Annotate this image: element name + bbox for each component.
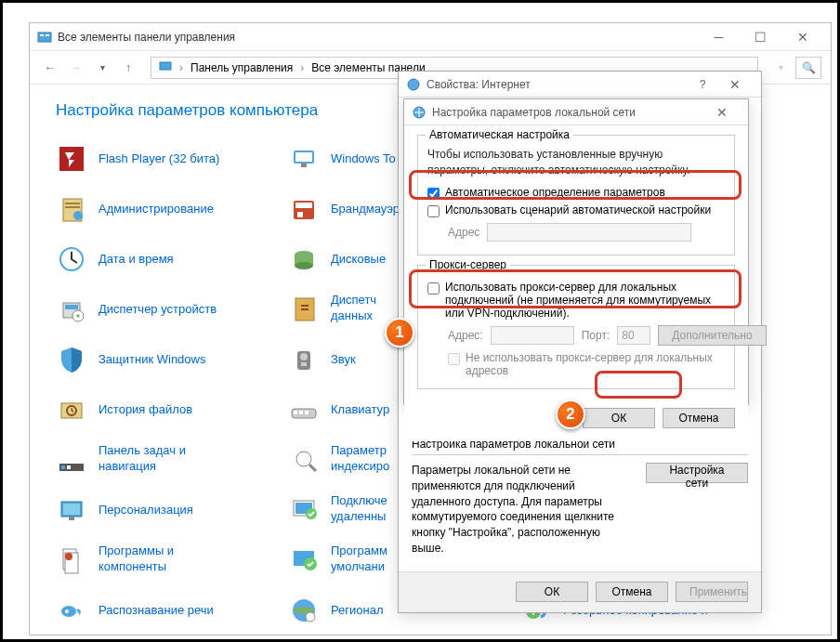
svg-point-11 — [73, 211, 83, 220]
cp-icon — [56, 243, 87, 275]
cp-item[interactable]: Персонализация — [56, 493, 269, 527]
lan-settings-dialog: Настройка параметров локальной сети ✕ Ав… — [403, 98, 749, 405]
script-address-input — [487, 223, 691, 242]
cp-icon — [288, 344, 320, 375]
maximize-button[interactable]: ☐ — [740, 24, 781, 50]
cp-item[interactable]: Администрирование — [56, 192, 269, 226]
cp-label: Защитник Windows — [98, 352, 205, 368]
cp-icon — [288, 394, 320, 426]
svg-point-35 — [296, 452, 311, 466]
apply-button[interactable]: Применить — [676, 582, 748, 602]
close-button[interactable]: ✕ — [781, 24, 823, 50]
ok-button[interactable]: ОК — [583, 408, 655, 428]
auto-detect-checkbox-row[interactable]: Автоматическое определение параметров — [427, 186, 725, 200]
cancel-button[interactable]: Отмена — [596, 582, 668, 602]
auto-detect-checkbox[interactable] — [427, 188, 440, 200]
svg-rect-10 — [65, 206, 80, 208]
up-button[interactable]: ↑ — [117, 57, 139, 79]
cp-item[interactable]: Защитник Windows — [56, 343, 269, 376]
cp-item[interactable]: Распознавание речи — [56, 594, 269, 627]
callout-2: 2 — [556, 400, 585, 429]
dialog-titlebar: Свойства: Интернет ? ✕ — [399, 72, 761, 98]
svg-point-50 — [306, 612, 315, 622]
proxy-address-input — [491, 326, 574, 345]
window-title: Все элементы панели управления — [58, 31, 698, 44]
cp-icon — [56, 443, 87, 475]
auto-script-label: Использовать сценарий автоматической нас… — [445, 203, 711, 216]
cp-icon — [288, 143, 320, 175]
cp-label: Панель задач инавигация — [98, 443, 186, 475]
svg-rect-2 — [46, 34, 49, 36]
auto-config-group: Автоматическая настройка Чтобы использов… — [417, 135, 735, 255]
use-proxy-checkbox[interactable] — [427, 282, 440, 295]
cp-icon — [56, 394, 87, 426]
cp-icon — [56, 344, 87, 375]
forward-button[interactable]: → — [65, 57, 87, 79]
cp-item[interactable]: Flash Player (32 бита) — [56, 142, 269, 176]
back-button[interactable]: ← — [39, 57, 61, 79]
refresh-dropdown[interactable]: ▾ — [769, 57, 792, 79]
help-button[interactable]: ? — [689, 78, 716, 91]
cp-icon — [56, 294, 87, 325]
search-input[interactable]: 🔍 — [795, 57, 821, 79]
proxy-port-label: Порт: — [582, 329, 610, 342]
svg-point-24 — [300, 353, 308, 360]
cp-icon — [56, 143, 87, 175]
cancel-button[interactable]: Отмена — [663, 408, 735, 428]
svg-rect-34 — [67, 465, 71, 469]
cp-item[interactable]: Дата и время — [56, 242, 269, 276]
cp-item[interactable]: История файлов — [56, 393, 269, 426]
cp-label: Подключеудаленны — [331, 493, 387, 525]
use-proxy-checkbox-row[interactable]: Использовать прокси-сервер для локальных… — [427, 281, 725, 320]
internet-icon — [406, 77, 421, 92]
network-icon — [412, 105, 427, 120]
svg-rect-29 — [294, 411, 297, 414]
lan-settings-button[interactable]: Настройка сети — [646, 463, 748, 483]
breadcrumb-part1[interactable]: Панель управления — [187, 61, 296, 74]
titlebar: Все элементы панели управления ─ ☐ ✕ — [30, 23, 831, 51]
bypass-local-checkbox-row: Не использовать прокси-сервер для локаль… — [448, 351, 725, 377]
cp-item[interactable]: Программы икомпоненты — [56, 544, 269, 577]
divider — [412, 454, 748, 455]
cp-label: Flash Player (32 бита) — [98, 151, 219, 167]
dialog-title: Свойства: Интернет — [427, 78, 689, 91]
cp-label: Программумолчани — [331, 544, 387, 575]
svg-rect-9 — [65, 203, 80, 204]
use-proxy-label: Использовать прокси-сервер для локальных… — [445, 281, 725, 320]
close-button[interactable]: ✕ — [703, 105, 741, 120]
auto-detect-label: Автоматическое определение параметров — [445, 186, 665, 199]
svg-point-48 — [65, 609, 69, 613]
cp-icon — [288, 443, 320, 475]
cp-item[interactable]: Панель задач инавигация — [56, 443, 269, 477]
cp-label: Звук — [331, 352, 356, 368]
svg-rect-33 — [61, 465, 65, 469]
cp-icon — [288, 293, 320, 324]
auto-script-checkbox-row[interactable]: Использовать сценарий автоматической нас… — [427, 203, 725, 217]
cp-label: Параметриндексиро — [331, 443, 389, 475]
recent-dropdown[interactable]: ▾ — [91, 57, 113, 79]
close-button[interactable]: ✕ — [716, 77, 754, 92]
cp-label: Регионал — [331, 603, 384, 619]
cp-icon — [56, 193, 87, 225]
svg-rect-31 — [305, 411, 308, 414]
dialog-titlebar: Настройка параметров локальной сети ✕ — [404, 99, 748, 125]
group-title: Прокси-сервер — [426, 258, 510, 271]
callout-1: 1 — [385, 318, 414, 347]
cp-label: Администрирование — [98, 202, 214, 217]
cp-item[interactable]: Диспетчер устройств — [56, 293, 269, 326]
control-panel-icon — [37, 30, 52, 45]
minimize-button[interactable]: ─ — [698, 24, 740, 50]
cp-label: Программы икомпоненты — [98, 544, 174, 575]
cp-icon — [288, 544, 320, 575]
cp-label: Клавиатур — [331, 402, 389, 418]
svg-point-52 — [408, 79, 419, 90]
dialog-footer: ОК Отмена Применить — [399, 571, 761, 611]
cp-label: Диспетчер устройств — [98, 302, 217, 318]
auto-script-checkbox[interactable] — [427, 205, 440, 217]
svg-rect-6 — [295, 152, 312, 162]
svg-rect-4 — [59, 147, 84, 171]
svg-rect-1 — [40, 34, 44, 36]
ok-button[interactable]: ОК — [516, 582, 588, 602]
breadcrumb-icon — [155, 59, 176, 75]
dialog-title: Настройка параметров локальной сети — [432, 106, 703, 119]
